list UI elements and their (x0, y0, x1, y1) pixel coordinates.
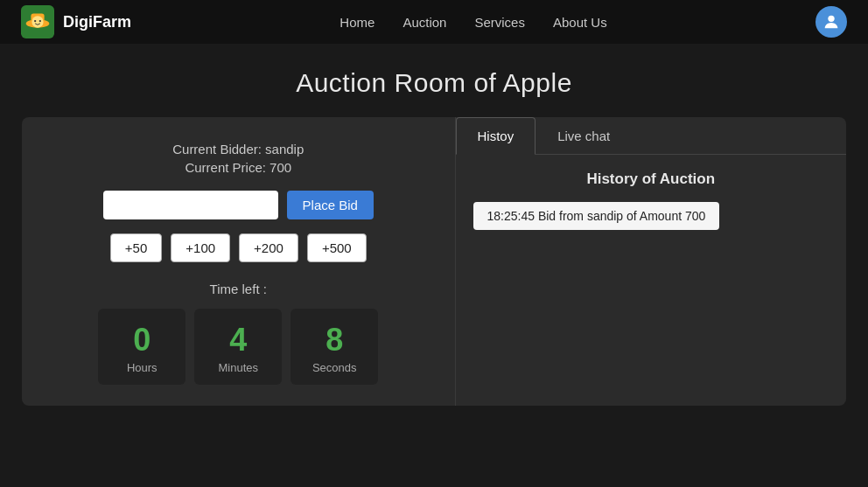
timer-seconds: 8 Seconds (290, 309, 378, 385)
history-entry-0: 18:25:45 Bid from sandip of Amount 700 (473, 202, 720, 230)
hours-label: Hours (108, 361, 175, 374)
current-bidder: Current Bidder: sandip (43, 142, 434, 157)
auction-left-panel: Current Bidder: sandip Current Price: 70… (22, 117, 455, 406)
main-content: Current Bidder: sandip Current Price: 70… (1, 117, 867, 406)
svg-point-3 (32, 16, 43, 27)
tabs-row: Histoy Live chat (456, 117, 847, 155)
svg-point-4 (34, 20, 36, 22)
minutes-value: 4 (205, 324, 271, 356)
svg-point-6 (828, 16, 834, 22)
nav-about[interactable]: About Us (553, 15, 607, 30)
timer-hours: 0 Hours (98, 309, 186, 385)
brand-logo (21, 5, 54, 38)
user-avatar[interactable] (816, 6, 847, 38)
place-bid-button[interactable]: Place Bid (287, 191, 374, 219)
nav-services[interactable]: Services (474, 15, 525, 30)
history-title: History of Auction (473, 170, 830, 188)
time-left-label: Time left : (43, 282, 434, 296)
svg-point-5 (39, 20, 41, 22)
quick-add-100[interactable]: +100 (171, 233, 230, 262)
tab-content-history: History of Auction 18:25:45 Bid from san… (456, 155, 847, 406)
timer-minutes: 4 Minutes (194, 309, 282, 385)
seconds-value: 8 (301, 324, 368, 356)
timer-row: 0 Hours 4 Minutes 8 Seconds (43, 309, 434, 385)
brand: DigiFarm (21, 5, 131, 38)
navbar: DigiFarm Home Auction Services About Us (0, 0, 868, 44)
tab-history[interactable]: Histoy (456, 117, 536, 155)
bid-input[interactable] (103, 191, 278, 219)
page-title: Auction Room of Apple (0, 68, 868, 98)
quick-add-row: +50 +100 +200 +500 (43, 233, 434, 262)
minutes-label: Minutes (205, 361, 271, 374)
tab-livechat[interactable]: Live chat (536, 117, 632, 155)
auction-right-panel: Histoy Live chat History of Auction 18:2… (455, 117, 847, 406)
page-title-section: Auction Room of Apple (0, 44, 868, 117)
seconds-label: Seconds (301, 361, 368, 374)
nav-auction[interactable]: Auction (402, 15, 446, 30)
nav-links: Home Auction Services About Us (340, 15, 606, 30)
nav-home[interactable]: Home (340, 15, 374, 30)
hours-value: 0 (108, 324, 175, 356)
quick-add-200[interactable]: +200 (239, 233, 298, 262)
quick-add-50[interactable]: +50 (110, 233, 162, 262)
bidder-info: Current Bidder: sandip Current Price: 70… (43, 142, 434, 175)
bid-input-row: Place Bid (43, 191, 434, 219)
current-price: Current Price: 700 (43, 160, 434, 175)
quick-add-500[interactable]: +500 (307, 233, 367, 262)
brand-name: DigiFarm (63, 13, 131, 31)
